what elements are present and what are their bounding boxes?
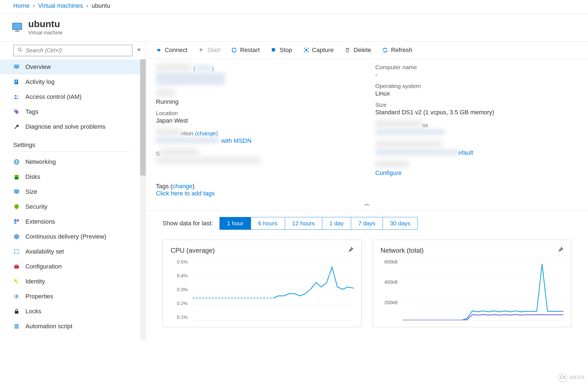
tags-label: Tags xyxy=(156,183,169,190)
svg-rect-24 xyxy=(15,250,19,254)
toolbox-icon xyxy=(13,263,20,270)
sidebar-item-configuration[interactable]: Configuration xyxy=(0,259,146,274)
chart-plot xyxy=(193,259,354,320)
svg-rect-2 xyxy=(15,31,20,32)
sidebar: « Overview Activity log Access control (… xyxy=(0,42,146,340)
pin-button[interactable] xyxy=(557,246,564,255)
sidebar-scrollbar[interactable] xyxy=(140,59,146,340)
stop-button[interactable]: Stop xyxy=(271,46,292,54)
lock-icon xyxy=(13,308,20,315)
toolbar-label: Delete xyxy=(354,46,371,54)
add-tags-link[interactable]: Click here to add tags xyxy=(156,190,215,197)
sidebar-item-label: Configuration xyxy=(25,263,62,270)
sidebar-item-locks[interactable]: Locks xyxy=(0,304,146,319)
os-value: Linux xyxy=(375,90,578,97)
subscription-change-link[interactable]: (change) xyxy=(195,130,218,136)
sidebar-item-tags[interactable]: Tags xyxy=(0,104,146,119)
svg-rect-22 xyxy=(17,219,19,221)
sidebar-item-iam[interactable]: Access control (IAM) xyxy=(0,89,146,104)
sidebar-item-activity-log[interactable]: Activity log xyxy=(0,74,146,89)
key-icon xyxy=(13,278,20,285)
range-7d[interactable]: 7 days xyxy=(351,217,383,229)
status-value: Running xyxy=(156,98,359,105)
subscription-suffix: with MSDN xyxy=(221,137,252,144)
sidebar-item-label: Properties xyxy=(25,293,53,300)
breadcrumb-home[interactable]: Home xyxy=(13,2,30,9)
sidebar-item-label: Activity log xyxy=(25,78,54,86)
os-label: Operating system xyxy=(375,83,578,89)
start-button: Start xyxy=(198,46,220,54)
size-value: Standard DS1 v2 (1 vcpus, 3.5 GB memory) xyxy=(375,109,578,116)
computer-name-label: Computer name xyxy=(375,64,578,71)
svg-rect-8 xyxy=(15,81,17,81)
vnet-link[interactable]: xxefault xyxy=(375,149,473,156)
svg-rect-6 xyxy=(16,68,17,69)
svg-rect-23 xyxy=(14,222,16,224)
search-icon xyxy=(17,47,22,54)
svg-rect-9 xyxy=(15,81,17,82)
refresh-button[interactable]: Refresh xyxy=(382,46,412,54)
breadcrumb: Home › Virtual machines › ubuntu xyxy=(0,0,588,14)
page-subtitle: Virtual machine xyxy=(28,30,62,36)
size-icon xyxy=(13,188,20,195)
range-1h[interactable]: 1 hour xyxy=(220,217,251,229)
toolbar-label: Connect xyxy=(165,46,187,54)
sidebar-item-label: Automation script xyxy=(25,323,72,330)
availability-icon xyxy=(13,248,20,255)
play-icon xyxy=(198,47,205,53)
breadcrumb-current: ubuntu xyxy=(92,2,110,9)
range-12h[interactable]: 12 hours xyxy=(285,217,322,229)
log-icon xyxy=(13,79,20,85)
toolbar-label: Restart xyxy=(240,46,260,54)
sidebar-item-label: Security xyxy=(25,203,47,210)
sidebar-item-label: Networking xyxy=(25,158,56,166)
sidebar-item-cd[interactable]: Continuous delivery (Preview) xyxy=(0,229,146,244)
toolbar: Connect Start Restart Stop Capture Delet… xyxy=(146,42,588,59)
svg-rect-1 xyxy=(16,30,19,31)
range-1d[interactable]: 1 day xyxy=(322,217,351,229)
range-label: Show data for last: xyxy=(163,220,213,227)
restart-icon xyxy=(231,47,237,53)
sidebar-item-automation[interactable]: Automation script xyxy=(0,319,146,334)
essentials-panel: (xxxxx) redacted rg Running Location Jap… xyxy=(146,59,588,199)
connect-button[interactable]: Connect xyxy=(156,46,187,54)
computer-name-value: - xyxy=(375,71,578,78)
tags-change-link[interactable]: change xyxy=(173,183,192,190)
chart-title: CPU (average) xyxy=(171,247,354,254)
search-input[interactable] xyxy=(26,47,128,54)
location-value: Japan West xyxy=(156,117,359,124)
tag-icon xyxy=(13,108,20,115)
restart-button[interactable]: Restart xyxy=(231,46,260,54)
trash-icon xyxy=(345,47,351,53)
page-title: ubuntu xyxy=(28,19,62,29)
collapse-essentials-button[interactable]: ︽ xyxy=(146,199,588,210)
svg-point-3 xyxy=(18,48,21,51)
sidebar-item-identity[interactable]: Identity xyxy=(0,274,146,289)
sidebar-search[interactable] xyxy=(13,45,132,56)
sidebar-item-overview[interactable]: Overview xyxy=(0,60,146,74)
sidebar-item-properties[interactable]: Properties xyxy=(0,289,146,304)
svg-rect-20 xyxy=(16,193,17,194)
capture-button[interactable]: Capture xyxy=(303,46,334,54)
delete-button[interactable]: Delete xyxy=(345,46,371,54)
extensions-icon xyxy=(13,218,20,225)
sidebar-item-extensions[interactable]: Extensions xyxy=(0,214,146,229)
sidebar-item-availability[interactable]: Availability set xyxy=(0,244,146,259)
collapse-sidebar-button[interactable]: « xyxy=(137,46,141,53)
sidebar-item-diagnose[interactable]: Diagnose and solve problems xyxy=(0,119,146,134)
chart-plot xyxy=(403,259,564,320)
sidebar-item-security[interactable]: Security xyxy=(0,199,146,214)
sidebar-item-label: Size xyxy=(25,188,37,195)
toolbar-label: Stop xyxy=(279,46,292,54)
pin-button[interactable] xyxy=(347,246,354,255)
sidebar-item-label: Overview xyxy=(25,63,51,71)
dns-configure-link[interactable]: Configure xyxy=(375,169,402,176)
sidebar-item-disks[interactable]: Disks xyxy=(0,169,146,184)
sidebar-item-networking[interactable]: Networking xyxy=(0,154,146,169)
refresh-icon xyxy=(382,47,388,53)
breadcrumb-vms[interactable]: Virtual machines xyxy=(38,2,83,9)
range-6h[interactable]: 6 hours xyxy=(251,217,285,229)
sidebar-item-size[interactable]: Size xyxy=(0,184,146,199)
svg-line-4 xyxy=(20,50,22,52)
range-30d[interactable]: 30 days xyxy=(383,217,418,229)
